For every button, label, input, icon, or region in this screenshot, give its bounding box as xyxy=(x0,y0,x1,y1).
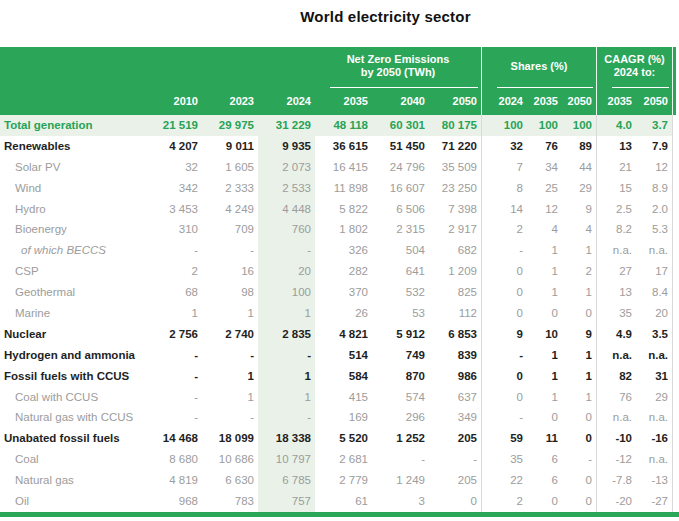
value-cell: 25 xyxy=(527,178,562,199)
value-cell: 100 xyxy=(258,282,315,303)
value-cell: 6 xyxy=(527,470,562,491)
value-cell: 0 xyxy=(481,282,527,303)
value-cell: -10 xyxy=(596,428,636,449)
value-cell: 1 xyxy=(258,366,315,387)
value-cell: 59 xyxy=(481,428,527,449)
value-cell: 296 xyxy=(372,407,429,428)
value-cell: 757 xyxy=(258,491,315,512)
value-cell: 10 xyxy=(527,324,562,345)
value-cell: 68 xyxy=(148,282,202,303)
value-cell: 637 xyxy=(429,387,481,408)
value-cell: 16 415 xyxy=(315,157,372,178)
value-cell: 82 xyxy=(596,366,636,387)
row-label: Natural gas with CCUS xyxy=(0,407,148,428)
value-cell: 709 xyxy=(202,219,258,240)
value-cell: 6 xyxy=(527,449,562,470)
value-cell: - xyxy=(258,240,315,261)
table-row: Unabated fossil fuels14 46818 09918 3385… xyxy=(0,428,673,449)
value-cell: 2 073 xyxy=(258,157,315,178)
value-cell: 1 xyxy=(258,387,315,408)
value-cell: 349 xyxy=(429,407,481,428)
value-cell: 2.5 xyxy=(596,199,636,220)
value-cell: - xyxy=(148,387,202,408)
value-cell: 18 099 xyxy=(202,428,258,449)
value-cell: 2 533 xyxy=(258,178,315,199)
value-cell: 100 xyxy=(527,115,562,136)
table-row: Geothermal6898100370532825011138.4 xyxy=(0,282,673,303)
row-label: Natural gas xyxy=(0,470,148,491)
value-cell: 100 xyxy=(562,115,596,136)
row-label: Renewables xyxy=(0,136,148,157)
value-cell: 2 xyxy=(481,491,527,512)
year-column-header: 2050 xyxy=(429,88,481,115)
value-cell: 2 681 xyxy=(315,449,372,470)
value-cell: 1 xyxy=(258,303,315,324)
value-cell: 71 220 xyxy=(429,136,481,157)
value-cell: 13 xyxy=(596,282,636,303)
row-label: Unabated fossil fuels xyxy=(0,428,148,449)
value-cell: 1 xyxy=(562,240,596,261)
value-cell: -12 xyxy=(596,449,636,470)
row-label: Hydrogen and ammonia xyxy=(0,345,148,366)
value-cell: 2 xyxy=(148,261,202,282)
value-cell: 1 xyxy=(562,282,596,303)
value-cell: 1 252 xyxy=(372,428,429,449)
value-cell: 24 796 xyxy=(372,157,429,178)
table-row: of which BECCS---326504682-11n.a.n.a. xyxy=(0,240,673,261)
value-cell: 0 xyxy=(562,407,596,428)
report-page: World electricity sector Net Zero Emissi… xyxy=(0,0,679,521)
value-cell: 282 xyxy=(315,261,372,282)
value-cell: n.a. xyxy=(596,407,636,428)
value-cell: 8.2 xyxy=(596,219,636,240)
value-cell: 1 xyxy=(202,303,258,324)
table-row: Total generation21 51929 97531 22948 118… xyxy=(0,115,673,136)
value-cell: 9 935 xyxy=(258,136,315,157)
value-cell: 205 xyxy=(429,428,481,449)
value-cell: 968 xyxy=(148,491,202,512)
year-column-header: 2024 xyxy=(481,88,527,115)
value-cell: 0 xyxy=(562,491,596,512)
value-cell: - xyxy=(562,449,596,470)
table-row: Natural gas4 8196 6306 7852 7791 2492052… xyxy=(0,470,673,491)
value-cell: 5 912 xyxy=(372,324,429,345)
value-cell: 4.9 xyxy=(596,324,636,345)
value-cell: - xyxy=(148,407,202,428)
value-cell: 21 519 xyxy=(148,115,202,136)
value-cell: 6 785 xyxy=(258,470,315,491)
table-row: Hydro3 4534 2494 4485 8226 5067 39814129… xyxy=(0,199,673,220)
value-cell: 310 xyxy=(148,219,202,240)
column-group-nze: Net Zero Emissions by 2050 (TWh) xyxy=(315,47,481,88)
value-cell: 870 xyxy=(372,366,429,387)
value-cell: 53 xyxy=(372,303,429,324)
value-cell: 370 xyxy=(315,282,372,303)
value-cell: 2 333 xyxy=(202,178,258,199)
row-label: Oil xyxy=(0,491,148,512)
value-cell: 8.4 xyxy=(636,282,673,303)
row-label: Hydro xyxy=(0,199,148,220)
value-cell: 4 819 xyxy=(148,470,202,491)
value-cell: 44 xyxy=(562,157,596,178)
value-cell: 14 468 xyxy=(148,428,202,449)
value-cell: 0 xyxy=(562,428,596,449)
table-row: Renewables4 2079 0119 93536 61551 45071 … xyxy=(0,136,673,157)
value-cell: 2 315 xyxy=(372,219,429,240)
value-cell: 15 xyxy=(596,178,636,199)
value-cell: - xyxy=(202,345,258,366)
header-group-row: Net Zero Emissions by 2050 (TWh) Shares … xyxy=(0,47,673,88)
value-cell: 13 xyxy=(596,136,636,157)
column-group-label: CAAGR (%) xyxy=(604,53,665,66)
value-cell: 23 250 xyxy=(429,178,481,199)
value-cell: 825 xyxy=(429,282,481,303)
value-cell: 9 xyxy=(562,324,596,345)
value-cell: - xyxy=(258,345,315,366)
value-cell: 0 xyxy=(429,491,481,512)
table-row: Coal8 68010 68610 7972 681--356--12n.a. xyxy=(0,449,673,470)
group-underline xyxy=(330,87,478,88)
row-label: Marine xyxy=(0,303,148,324)
year-column-header: 2024 xyxy=(258,88,315,115)
value-cell: 1 xyxy=(527,366,562,387)
value-cell: 169 xyxy=(315,407,372,428)
value-cell: 2 xyxy=(481,219,527,240)
value-cell: 1 xyxy=(527,261,562,282)
value-cell: 12 xyxy=(527,199,562,220)
